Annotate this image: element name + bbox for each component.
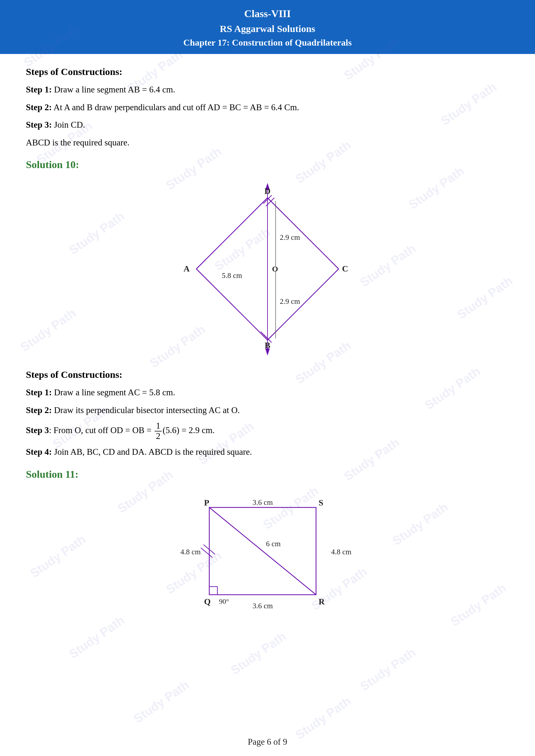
svg-line-1 [268,269,339,340]
svg-line-10 [261,332,269,340]
svg-text:P: P [204,498,209,507]
page-footer: Page 6 of 9 [0,737,535,747]
svg-line-0 [268,198,339,269]
svg-text:Q: Q [204,597,211,607]
step-3-label: Step 3: [26,120,52,130]
step-2-label: Step 2: [26,102,52,112]
s10-step2-text: Draw its perpendicular bisector intersec… [54,405,240,415]
svg-text:6 cm: 6 cm [266,540,280,548]
steps-constructions-10-label: Steps of Constructions: [26,369,509,380]
svg-line-3 [196,198,268,269]
svg-text:O: O [272,265,278,273]
s10-step4-text: Join AB, BC, CD and DA. ABCD is the requ… [54,447,252,457]
header-line3: Chapter 17: Construction of Quadrilatera… [0,36,535,49]
solution11-diagram: P Q R S 3.6 cm 3.6 cm 4.8 cm 4.8 cm 6 cm… [26,488,509,617]
page-content: Steps of Constructions: Step 1: Draw a l… [0,54,535,640]
svg-text:S: S [319,498,323,507]
solution9-conclusion: ABCD is the required square. [26,136,509,149]
fraction-half: 12 [155,421,162,441]
header-line2: RS Aggarwal Solutions [0,21,535,36]
s10-step3: Step 3: From O, cut off OD = OB = 12(5.6… [26,421,509,441]
s10-step4-label: Step 4: [26,447,52,457]
page-info: Page 6 of 9 [248,737,287,747]
step-1-text: Draw a line segment AB = 6.4 cm. [54,85,175,94]
svg-text:3.6 cm: 3.6 cm [253,602,273,610]
svg-line-22 [209,507,316,595]
svg-text:2.9 cm: 2.9 cm [280,233,300,241]
s10-step3-label: Step 3 [26,425,49,435]
svg-text:A: A [184,264,190,273]
step-1-label: Step 1: [26,85,52,94]
steps-of-constructions-label: Steps of Constructions: [26,66,509,77]
s10-step1: Step 1: Draw a line segment AC = 5.8 cm. [26,386,509,399]
s10-step2: Step 2: Draw its perpendicular bisector … [26,404,509,417]
svg-line-2 [196,269,268,340]
step-2: Step 2: At A and B draw perpendiculars a… [26,101,509,114]
svg-text:5.8 cm: 5.8 cm [222,272,242,280]
s10-step1-text: Draw a line segment AC = 5.8 cm. [54,388,175,397]
step-1: Step 1: Draw a line segment AB = 6.4 cm. [26,83,509,96]
svg-text:2.9 cm: 2.9 cm [280,297,300,306]
s10-step2-label: Step 2: [26,405,52,415]
svg-text:3.6 cm: 3.6 cm [253,499,273,506]
step-2-text: At A and B draw perpendiculars and cut o… [54,102,299,112]
svg-text:4.8 cm: 4.8 cm [181,548,201,556]
svg-line-24 [201,548,212,557]
s10-step1-label: Step 1: [26,388,52,397]
svg-line-8 [266,198,274,206]
step-3: Step 3: Join CD. [26,118,509,132]
rectangle-svg: P Q R S 3.6 cm 3.6 cm 4.8 cm 4.8 cm 6 cm… [177,488,358,617]
diamond-svg: D B A C O 5.8 cm 2.9 cm 2.9 cm [177,178,358,360]
page-header: Class-VIII RS Aggarwal Solutions Chapter… [0,0,535,54]
svg-text:B: B [265,341,270,350]
svg-text:90°: 90° [219,597,229,606]
svg-text:D: D [265,186,271,196]
solution11-title: Solution 11: [26,468,509,480]
svg-text:C: C [342,264,348,273]
svg-text:4.8 cm: 4.8 cm [331,548,352,556]
svg-text:R: R [319,597,325,607]
solution10-title: Solution 10: [26,159,509,171]
header-line1: Class-VIII [0,6,535,21]
solution10-diagram: D B A C O 5.8 cm 2.9 cm 2.9 cm [26,178,509,360]
step-3-text: Join CD. [54,120,85,130]
s10-step4: Step 4: Join AB, BC, CD and DA. ABCD is … [26,446,509,459]
